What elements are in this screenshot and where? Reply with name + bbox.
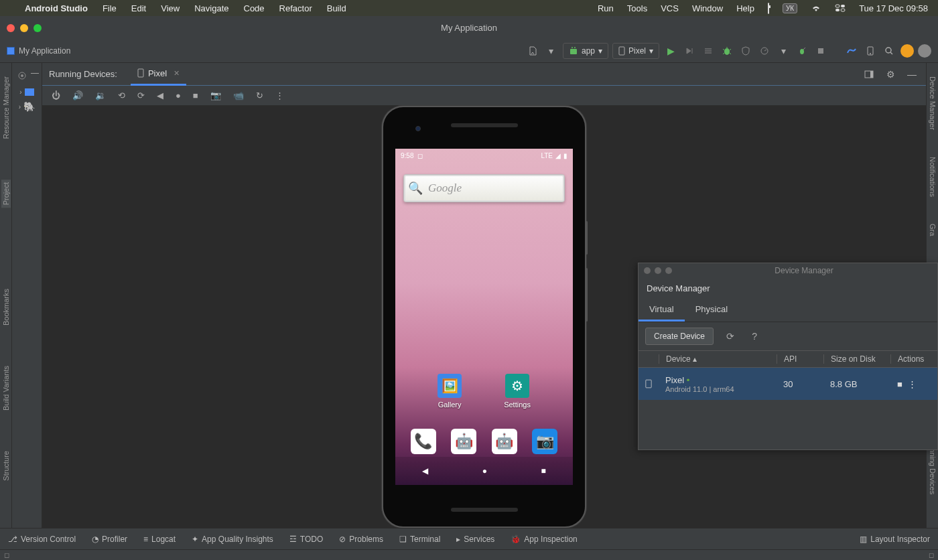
tool-device-manager[interactable]: Device Manager xyxy=(929,76,937,130)
device-tab-pixel[interactable]: Pixel ✕ xyxy=(131,63,186,86)
device-more-icon[interactable]: ⋮ xyxy=(908,379,917,389)
window-mode-icon[interactable] xyxy=(862,67,876,82)
tool-todo[interactable]: ☲TODO xyxy=(289,535,323,544)
back-icon[interactable]: ◀ xyxy=(157,90,163,100)
tab-virtual[interactable]: Virtual xyxy=(639,299,685,322)
menu-build[interactable]: Build xyxy=(327,3,346,13)
dock-camera[interactable]: 📷 xyxy=(532,429,557,454)
sync-gradle-icon[interactable] xyxy=(844,44,859,58)
tool-problems[interactable]: ⊘Problems xyxy=(339,535,383,544)
nav-overview-icon[interactable]: ■ xyxy=(541,466,546,476)
menu-run[interactable]: Run xyxy=(598,3,614,13)
col-size[interactable]: Size on Disk xyxy=(823,354,890,364)
tool-terminal[interactable]: ❑Terminal xyxy=(399,535,440,544)
panel-close-dot[interactable] xyxy=(644,267,651,274)
tree-chevron-icon[interactable]: › xyxy=(19,103,21,111)
tool-project[interactable]: Project xyxy=(1,180,11,208)
tool-profiler[interactable]: ◔Profiler xyxy=(92,535,127,544)
module-selector[interactable]: app ▾ xyxy=(563,43,608,59)
menu-vcs[interactable]: VCS xyxy=(661,3,679,13)
status-right-icon[interactable]: ◻ xyxy=(929,551,934,559)
close-tab-icon[interactable]: ✕ xyxy=(174,69,180,78)
minimize-panel-icon[interactable]: — xyxy=(904,67,919,82)
zoom-window-button[interactable] xyxy=(34,24,42,32)
menu-window[interactable]: Window xyxy=(692,3,723,13)
device-selector[interactable]: Pixel ▾ xyxy=(612,43,659,59)
menu-code[interactable]: Code xyxy=(244,3,265,13)
account-icon[interactable] xyxy=(918,44,931,58)
tool-version-control[interactable]: ⎇Version Control xyxy=(8,535,76,544)
reload-icon[interactable]: ↻ xyxy=(256,90,263,100)
app-settings[interactable]: ⚙ Settings xyxy=(504,374,531,409)
minimize-window-button[interactable] xyxy=(20,24,28,32)
tool-services[interactable]: ▸Services xyxy=(456,535,494,544)
dropdown-icon[interactable]: ▾ xyxy=(776,44,791,58)
menu-refactor[interactable]: Refactor xyxy=(279,3,312,13)
collapse-icon[interactable]: — xyxy=(31,68,39,83)
dock-apps[interactable]: 🤖 xyxy=(492,429,517,454)
dropdown-arrow-icon[interactable]: ▾ xyxy=(544,44,559,58)
device-manager-icon[interactable] xyxy=(863,44,878,58)
rotate-left-icon[interactable]: ⟲ xyxy=(118,90,125,100)
control-center-icon[interactable] xyxy=(835,4,846,12)
apply-code-changes-icon[interactable] xyxy=(701,44,716,58)
tool-logcat[interactable]: ≡Logcat xyxy=(143,535,176,544)
power-icon[interactable]: ⏻ xyxy=(52,90,60,100)
menu-view[interactable]: View xyxy=(161,3,180,13)
menu-tools[interactable]: Tools xyxy=(627,3,647,13)
breadcrumb[interactable]: My Application xyxy=(7,46,70,56)
gear-icon[interactable]: ⚙ xyxy=(883,67,898,82)
more-icon[interactable]: ⋮ xyxy=(275,90,284,100)
rotate-right-icon[interactable]: ⟳ xyxy=(137,90,145,100)
search-button[interactable] xyxy=(882,44,896,58)
nav-home-icon[interactable]: ● xyxy=(482,466,487,476)
record-icon[interactable]: 📹 xyxy=(233,90,244,100)
create-device-button[interactable]: Create Device xyxy=(645,328,714,345)
build-make-icon[interactable] xyxy=(525,44,540,58)
col-api[interactable]: API xyxy=(777,354,823,364)
tool-structure[interactable]: Structure xyxy=(2,451,10,481)
col-actions[interactable]: Actions xyxy=(890,354,937,364)
menu-file[interactable]: File xyxy=(103,3,117,13)
gradle-script-icon[interactable]: 🐘 xyxy=(23,101,35,112)
stop-button[interactable] xyxy=(813,44,828,58)
device-row-pixel[interactable]: Pixel • Android 11.0 | arm64 30 8.8 GB ■… xyxy=(639,368,937,400)
run-button[interactable]: ▶ xyxy=(663,44,678,58)
refresh-icon[interactable]: ⟳ xyxy=(723,329,738,344)
google-search-widget[interactable]: 🔍 Google xyxy=(403,174,565,202)
debug-button[interactable] xyxy=(720,44,734,58)
attach-debugger-icon[interactable] xyxy=(795,44,809,58)
tool-notifications[interactable]: Notifications xyxy=(929,157,937,197)
menubar-clock[interactable]: Tue 17 Dec 09:58 xyxy=(859,3,928,13)
col-device[interactable]: Device ▴ xyxy=(659,354,777,364)
panel-min-dot[interactable] xyxy=(655,267,661,274)
emulator-screen[interactable]: 9:58 ◻ LTE◢▮ 🔍 Google 🖼️ Gallery ⚙ xyxy=(395,149,573,485)
app-gallery[interactable]: 🖼️ Gallery xyxy=(438,374,462,409)
tool-gradle[interactable]: Gra xyxy=(929,224,937,236)
help-icon[interactable]: ? xyxy=(747,329,762,344)
menu-edit[interactable]: Edit xyxy=(131,3,146,13)
dock-messages[interactable]: 🤖 xyxy=(451,429,476,454)
tool-build-variants[interactable]: Build Variants xyxy=(2,366,10,411)
tool-layout-inspector[interactable]: ▥Layout Inspector xyxy=(860,535,930,544)
tree-chevron-icon[interactable]: › xyxy=(19,88,21,96)
menubar-appname[interactable]: Android Studio xyxy=(25,3,88,13)
input-source-badge[interactable]: УК xyxy=(783,3,797,13)
profile-icon[interactable] xyxy=(757,44,772,58)
menu-help[interactable]: Help xyxy=(736,3,754,13)
select-opened-file-icon[interactable] xyxy=(15,68,29,83)
tool-app-inspection[interactable]: 🐞App Inspection xyxy=(511,535,577,544)
tool-resource-manager[interactable]: Resource Manager xyxy=(2,76,10,139)
tool-bookmarks[interactable]: Bookmarks xyxy=(2,289,10,326)
tab-physical[interactable]: Physical xyxy=(685,299,738,322)
panel-max-dot[interactable] xyxy=(665,267,672,274)
nav-back-icon[interactable]: ◀ xyxy=(422,466,428,476)
menu-navigate[interactable]: Navigate xyxy=(194,3,228,13)
tool-app-quality[interactable]: ✦App Quality Insights xyxy=(192,535,273,544)
close-window-button[interactable] xyxy=(7,24,15,32)
wifi-icon[interactable] xyxy=(811,4,821,12)
ide-update-icon[interactable] xyxy=(900,44,914,58)
screenshot-icon[interactable]: 📷 xyxy=(210,90,221,100)
stop-device-icon[interactable]: ■ xyxy=(897,379,902,389)
dock-phone[interactable]: 📞 xyxy=(411,429,436,454)
